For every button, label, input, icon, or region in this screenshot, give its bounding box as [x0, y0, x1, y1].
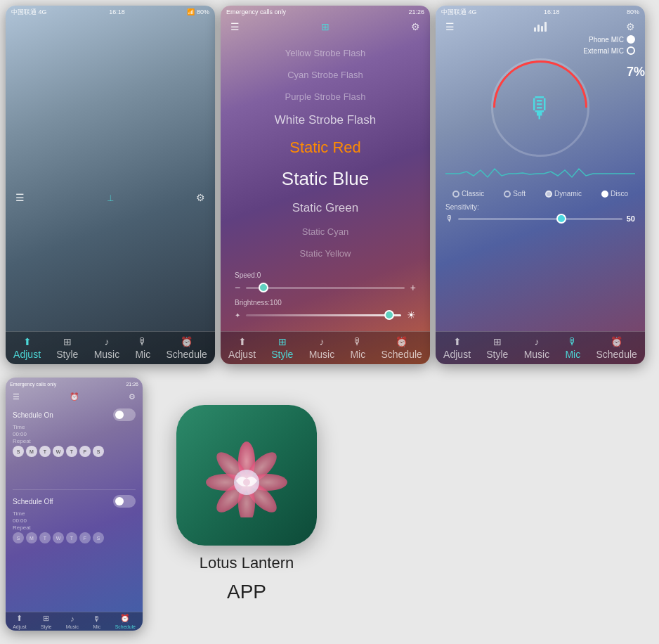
- nav-schedule-label-2: Schedule: [381, 349, 422, 360]
- style-static-yellow[interactable]: Static Yellow: [221, 243, 430, 264]
- nav-mic-label-3: Mic: [565, 349, 580, 360]
- style-list: Yellow Strobe Flash Cyan Strobe Flash Pu…: [221, 35, 430, 271]
- speed-track[interactable]: [246, 287, 405, 289]
- repeat-off-dots: S M T W T F S: [13, 531, 136, 545]
- rep-t1[interactable]: T: [39, 446, 51, 457]
- gear-icon-3[interactable]: ⚙: [626, 21, 635, 32]
- menu-icon-3[interactable]: ☰: [445, 21, 455, 32]
- style-cyan-strobe[interactable]: Cyan Strobe Flash: [221, 64, 430, 86]
- lotus-svg: [204, 433, 289, 517]
- speed-plus[interactable]: +: [410, 282, 416, 293]
- sliders-icon-1[interactable]: ⟂: [107, 192, 113, 203]
- nav-mic-4[interactable]: 🎙 Mic: [93, 614, 100, 629]
- menu-icon-2[interactable]: ☰: [230, 21, 240, 32]
- nav-music-label-2: Music: [309, 349, 335, 360]
- nav-music-icon-4: ♪: [70, 614, 74, 623]
- time-off-label: Time: [13, 510, 136, 517]
- nav-music-1[interactable]: ♪ Music: [94, 336, 120, 360]
- sensitivity-track[interactable]: [458, 218, 622, 220]
- rep-off-t1[interactable]: T: [39, 532, 51, 543]
- menu-icon-4[interactable]: ☰: [13, 392, 20, 401]
- nav-music-4[interactable]: ♪ Music: [66, 614, 79, 629]
- nav-style-3[interactable]: ⊞ Style: [486, 336, 508, 360]
- svg-point-9: [243, 479, 250, 486]
- grid-icon-2[interactable]: ⊞: [321, 21, 330, 32]
- nav-music-3[interactable]: ♪ Music: [524, 336, 550, 360]
- nav-schedule-label-3: Schedule: [596, 349, 637, 360]
- rep-off-w[interactable]: W: [53, 532, 64, 543]
- nav-adjust-2[interactable]: ⬆ Adjust: [228, 336, 256, 360]
- nav-mic-label-2: Mic: [350, 349, 365, 360]
- nav-mic-2[interactable]: 🎙 Mic: [350, 336, 365, 360]
- nav-music-label-4: Music: [66, 624, 79, 629]
- nav-style-icon-4: ⊞: [43, 614, 49, 623]
- rep-off-m[interactable]: M: [26, 532, 37, 543]
- nav-mic-3[interactable]: 🎙 Mic: [565, 336, 580, 360]
- rep-off-s2[interactable]: S: [93, 532, 104, 543]
- nav-music-2[interactable]: ♪ Music: [309, 336, 335, 360]
- external-mic-option[interactable]: External MIC: [583, 46, 635, 55]
- brightness-label-2: Brightness:100: [235, 299, 416, 307]
- style-static-red[interactable]: Static Red: [221, 133, 430, 162]
- nav-schedule-4[interactable]: ⏰ Schedule: [115, 614, 136, 629]
- nav-mic-1[interactable]: 🎙 Mic: [135, 336, 150, 360]
- mode-disco[interactable]: Disco: [601, 190, 628, 198]
- rep-off-f[interactable]: F: [79, 532, 91, 543]
- style-static-blue[interactable]: Static Blue: [221, 162, 430, 195]
- status-bar-4: Emergency calls only 21:26: [6, 378, 143, 390]
- style-purple-strobe[interactable]: Purple Strobe Flash: [221, 86, 430, 108]
- gear-icon-1[interactable]: ⚙: [196, 192, 205, 203]
- nav-schedule-3[interactable]: ⏰ Schedule: [596, 336, 637, 360]
- rep-off-s1[interactable]: S: [13, 532, 24, 543]
- speed-minus[interactable]: −: [235, 282, 240, 293]
- rep-m[interactable]: M: [26, 446, 37, 457]
- gear-icon-2[interactable]: ⚙: [411, 21, 420, 32]
- nav-style-icon-1: ⊞: [63, 336, 72, 347]
- rep-t2[interactable]: T: [66, 446, 77, 457]
- nav-mic-label-1: Mic: [135, 349, 150, 360]
- carrier-3: 中国联通 4G: [441, 8, 477, 17]
- nav-style-1[interactable]: ⊞ Style: [56, 336, 78, 360]
- style-yellow-strobe[interactable]: Yellow Strobe Flash: [221, 42, 430, 64]
- mode-classic[interactable]: Classic: [452, 190, 484, 198]
- nav-schedule-label-4: Schedule: [115, 624, 136, 629]
- sensitivity-value: 50: [627, 214, 635, 223]
- nav-schedule-1[interactable]: ⏰ Schedule: [166, 336, 207, 360]
- nav-style-4[interactable]: ⊞ Style: [41, 614, 52, 629]
- nav-schedule-icon-3: ⏰: [611, 336, 622, 347]
- menu-icon-1[interactable]: ☰: [15, 192, 25, 203]
- rep-s2[interactable]: S: [93, 446, 104, 457]
- carrier-2: Emergency calls only: [226, 8, 286, 15]
- divider: [13, 489, 136, 490]
- rep-f[interactable]: F: [79, 446, 91, 457]
- sensitivity-label: Sensitivity:: [445, 203, 479, 211]
- nav-adjust-3[interactable]: ⬆ Adjust: [443, 336, 471, 360]
- rep-w[interactable]: W: [53, 446, 64, 457]
- rep-s1[interactable]: S: [13, 446, 24, 457]
- mode-dynamic[interactable]: Dynamic: [545, 190, 582, 198]
- external-mic-radio[interactable]: [627, 46, 635, 55]
- gear-icon-4[interactable]: ⚙: [129, 392, 136, 401]
- style-static-cyan[interactable]: Static Cyan: [221, 221, 430, 243]
- app-icon: [176, 405, 317, 546]
- schedule-on-label: Schedule On: [13, 411, 53, 419]
- schedule-off-toggle[interactable]: [113, 495, 136, 508]
- nav-adjust-1[interactable]: ⬆ Adjust: [13, 336, 41, 360]
- rep-off-t2[interactable]: T: [66, 532, 77, 543]
- style-static-green[interactable]: Static Green: [221, 195, 430, 221]
- brightness-track-2[interactable]: [246, 314, 401, 316]
- style-white-strobe[interactable]: White Strobe Flash: [221, 108, 430, 133]
- mode-dynamic-label: Dynamic: [554, 190, 582, 198]
- phone-mic-option[interactable]: Phone MIC: [589, 35, 635, 44]
- time-on-label: Time: [13, 424, 136, 430]
- nav-adjust-4[interactable]: ⬆ Adjust: [13, 614, 26, 629]
- nav-style-2[interactable]: ⊞ Style: [271, 336, 293, 360]
- nav-schedule-icon-4: ⏰: [120, 614, 130, 623]
- nav-music-icon-3: ♪: [534, 336, 539, 347]
- schedule-on-toggle[interactable]: [113, 408, 136, 421]
- mode-soft[interactable]: Soft: [504, 190, 526, 198]
- time-off-value: 00:00: [13, 517, 136, 524]
- bar-chart-icon: [534, 22, 547, 32]
- phone-mic-radio[interactable]: [627, 35, 635, 44]
- nav-schedule-2[interactable]: ⏰ Schedule: [381, 336, 422, 360]
